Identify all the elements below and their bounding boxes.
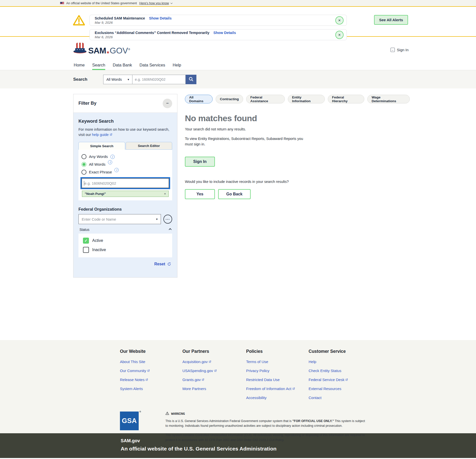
footer-link-foia[interactable]: Freedom of Information Act xyxy=(246,387,309,391)
domain-pill-wage-determinations[interactable]: Wage Determinations xyxy=(367,95,410,103)
footer-link-federal-service-desk[interactable]: Federal Service Desk xyxy=(309,378,372,382)
domain-pill-federal-assistance[interactable]: Federal Assistance xyxy=(246,95,285,103)
refresh-icon[interactable] xyxy=(167,262,171,266)
go-back-button[interactable]: Go Back xyxy=(218,189,251,199)
sam-gov-logo[interactable]: ★ ★ ★ SAM★GOV® xyxy=(73,42,130,55)
close-icon: × xyxy=(338,18,341,23)
footer-link-our-community[interactable]: Our Community xyxy=(120,369,182,373)
footer-link-privacy-policy[interactable]: Privacy Policy xyxy=(246,369,309,373)
keyword-help-text: For more information on how to use our k… xyxy=(78,127,172,137)
sign-in-button[interactable]: Sign In xyxy=(185,157,215,167)
footer-column-customer-service: Customer Service Help Check Entity Statu… xyxy=(309,349,372,405)
gov-banner-text: An official website of the United States… xyxy=(66,1,137,5)
info-icon[interactable]: i xyxy=(108,160,112,164)
warning-paragraph-1: This is a U.S. General Services Administ… xyxy=(165,419,365,428)
footer-link-external-resources[interactable]: External Resources xyxy=(309,387,372,391)
footer-link-release-notes[interactable]: Release Notes xyxy=(120,378,182,382)
external-link-icon xyxy=(201,378,204,381)
footer-link-grants-gov[interactable]: Grants.gov xyxy=(182,378,246,382)
how-you-know-link[interactable]: Here's how you know xyxy=(139,1,172,5)
collapse-filters-button[interactable]: − xyxy=(163,99,172,108)
status-header[interactable]: Status xyxy=(79,228,171,232)
footer-link-contact[interactable]: Contact xyxy=(309,396,372,400)
chevron-down-icon xyxy=(170,2,172,4)
domain-pill-contracting[interactable]: Contracting xyxy=(216,95,243,103)
search-button[interactable] xyxy=(186,75,196,84)
registered-mark: ® xyxy=(139,411,141,413)
show-details-link[interactable]: Show Details xyxy=(149,16,171,20)
footer-link-check-entity-status[interactable]: Check Entity Status xyxy=(309,369,372,373)
footer-link-more-partners[interactable]: More Partners xyxy=(182,387,246,391)
chip-label: "Noah Pungi" xyxy=(85,192,106,196)
minus-icon: − xyxy=(166,101,169,106)
warning-block: WARNING This is a U.S. General Services … xyxy=(165,412,365,447)
warning-paragraph-2: This system contains Controlled Unclassi… xyxy=(165,433,365,442)
header-sign-in-link[interactable]: ← Sign In xyxy=(391,48,409,52)
tab-simple-search[interactable]: Simple Search xyxy=(78,142,125,150)
external-link-icon xyxy=(208,360,211,363)
footer-link-usaspending-gov[interactable]: USASpending.gov xyxy=(182,369,246,373)
no-results-text: Your search did not return any results. xyxy=(185,127,410,131)
radio-exact-phrase[interactable] xyxy=(81,170,86,175)
domain-pill-federal-hierarchy[interactable]: Federal Hierarchy xyxy=(328,95,365,103)
tab-search-editor[interactable]: Search Editor xyxy=(126,142,172,150)
external-link-icon xyxy=(145,378,148,381)
show-details-link[interactable]: Show Details xyxy=(213,31,236,35)
nav-item-help[interactable]: Help xyxy=(173,60,181,70)
footer-column-policies: Policies Terms of Use Privacy Policy Res… xyxy=(246,349,309,405)
checkbox-active[interactable]: ✓ xyxy=(83,238,89,244)
caret-down-icon: ▾ xyxy=(128,78,129,81)
chip-remove-icon[interactable]: × xyxy=(164,192,166,196)
yes-button[interactable]: Yes xyxy=(185,189,215,199)
domain-pill-entity-information[interactable]: Entity Information xyxy=(288,95,325,103)
footer-column-our-website: Our Website About This Site Our Communit… xyxy=(120,349,182,405)
filter-panel: Filter By − Keyword Search For more info… xyxy=(73,94,177,278)
caret-down-icon: ▾ xyxy=(156,217,158,221)
alert-title: Exclusions “Additional Comments” Content… xyxy=(95,31,209,35)
keyword-search-heading: Keyword Search xyxy=(78,119,172,124)
nav-item-home[interactable]: Home xyxy=(74,60,85,70)
search-input[interactable] xyxy=(132,75,186,84)
ellipsis-icon: ··· xyxy=(165,217,170,221)
federal-org-more-button[interactable]: ··· xyxy=(163,215,172,224)
footer-link-accessibility[interactable]: Accessibility xyxy=(246,396,309,400)
radio-any-words[interactable] xyxy=(81,154,86,159)
info-icon[interactable]: i xyxy=(114,168,119,172)
nav-item-data-services[interactable]: Data Services xyxy=(139,60,165,70)
checkbox-inactive[interactable] xyxy=(83,247,89,253)
keyword-tabs: Simple Search Search Editor xyxy=(78,142,172,150)
keyword-input-placeholder: e.g. 1606N020Q02 xyxy=(84,181,116,185)
external-link-icon xyxy=(147,369,150,372)
alert-close-button[interactable]: × xyxy=(335,16,344,24)
search-band: Search All Words ▾ xyxy=(0,70,476,88)
reset-filters-link[interactable]: Reset xyxy=(154,262,165,266)
alert-title: Scheduled SAM Maintenance xyxy=(95,16,145,20)
search-scope-select[interactable]: All Words ▾ xyxy=(103,75,132,84)
check-icon: ✓ xyxy=(84,238,88,243)
alert-date: Mar 9, 2026 xyxy=(95,21,333,24)
footer-link-system-alerts[interactable]: System Alerts xyxy=(120,387,182,391)
radio-all-words[interactable] xyxy=(81,162,86,167)
see-all-alerts-button[interactable]: See All Alerts xyxy=(374,15,408,25)
us-flag-icon xyxy=(60,2,64,4)
footer-link-acquisition-gov[interactable]: Acquisition.gov xyxy=(182,360,246,364)
alerts-section: Scheduled SAM Maintenance Show Details M… xyxy=(0,7,476,37)
nav-item-data-bank[interactable]: Data Bank xyxy=(113,60,132,70)
domain-pill-all-domains[interactable]: All Domains xyxy=(185,95,213,103)
main-content: Filter By − Keyword Search For more info… xyxy=(0,88,476,340)
external-link-icon xyxy=(109,133,112,136)
warning-triangle-small-icon xyxy=(165,412,169,416)
results-area: All Domains Contracting Federal Assistan… xyxy=(185,95,410,340)
help-guide-link[interactable]: help guide xyxy=(92,133,112,137)
gov-banner: An official website of the United States… xyxy=(0,0,476,7)
footer-link-help[interactable]: Help xyxy=(309,360,372,364)
keyword-input[interactable]: e.g. 1606N020Q02 xyxy=(81,178,169,188)
federal-org-select[interactable]: Enter Code or Name ▾ xyxy=(78,214,161,224)
alert-card: Scheduled SAM Maintenance Show Details M… xyxy=(89,15,347,26)
footer-link-terms-of-use[interactable]: Terms of Use xyxy=(246,360,309,364)
star-icon: ★ xyxy=(106,50,109,54)
nav-item-search[interactable]: Search xyxy=(92,60,105,70)
footer-link-restricted-data-use[interactable]: Restricted Data Use xyxy=(246,378,309,382)
footer-link-about-this-site[interactable]: About This Site xyxy=(120,360,182,364)
info-icon[interactable]: i xyxy=(110,155,115,159)
